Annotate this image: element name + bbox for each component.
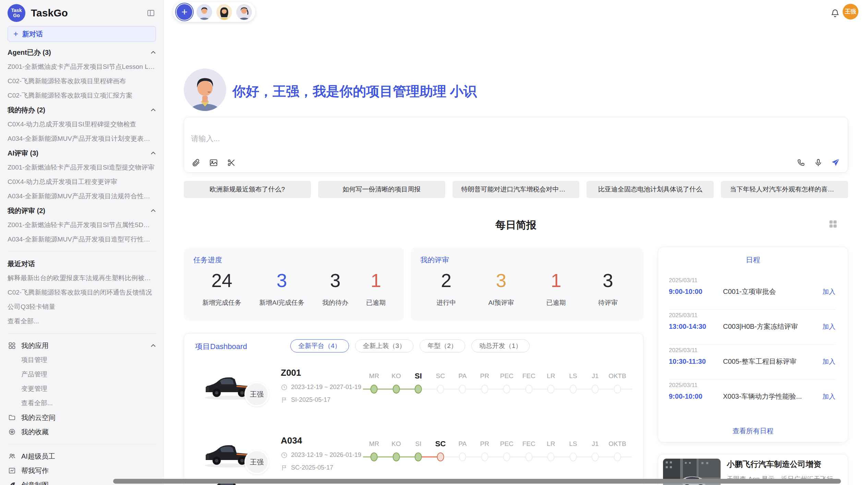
sidebar-task-item[interactable]: C0X4-动力总成开发项目工程变更评审	[8, 175, 156, 189]
milestone-label: OKTB	[606, 439, 629, 449]
suggestion-chip[interactable]: 特朗普可能对进口汽车增税会对中国车企造成哪些影响	[453, 181, 580, 198]
milestone-node	[371, 452, 378, 461]
scissors-icon[interactable]	[227, 158, 236, 167]
stat-label: AI预评审	[488, 298, 514, 307]
recent-chat-item[interactable]: 公司Q3轻卡销量	[8, 300, 156, 314]
sidebar-item-project-mgmt[interactable]: 项目管理	[8, 353, 156, 367]
task-label: Z001-全新燃油皮卡产品开发项目SI节点Lesson Learn报告	[8, 62, 156, 71]
join-link[interactable]: 加入	[822, 322, 835, 331]
schedule-item: 2025/03/11 10:30-11:30 C005-整车工程目标评审 加入	[669, 347, 835, 366]
write-icon	[8, 466, 16, 475]
filter-chip[interactable]: 全新上装（3）	[355, 339, 414, 352]
phone-icon[interactable]	[796, 158, 806, 167]
send-icon[interactable]	[831, 158, 840, 167]
stat: 3AI预评审	[488, 270, 514, 307]
chat-input[interactable]	[191, 134, 739, 147]
task-label: A034-全新新能源MUV产品开发项目计划变更表编写	[8, 134, 156, 143]
filter-chip[interactable]: 动总开发（1）	[471, 339, 530, 352]
sidebar-task-item[interactable]: C02-飞腾新能源轻客改款项目立项汇报方案	[8, 88, 156, 103]
new-chat-button[interactable]: + 新对话	[8, 26, 156, 42]
recent-view-all[interactable]: 查看全部...	[8, 314, 156, 328]
milestone: SC	[430, 439, 452, 465]
plus-icon: +	[13, 29, 18, 39]
section-my-review[interactable]: 我的评审 (2)	[8, 203, 156, 218]
schedule-date: 2025/03/11	[669, 312, 835, 319]
sidebar-task-item[interactable]: Z001-全新燃油轻卡产品开发项目SI造型提交物评审	[8, 160, 156, 175]
sidebar-item-ai-employee[interactable]: AI超级员工	[8, 449, 156, 463]
divider	[8, 251, 156, 252]
milestone: LS	[562, 439, 584, 465]
stat-value: 1	[371, 270, 381, 291]
schedule-date: 2025/03/11	[669, 347, 835, 354]
sidebar-task-item[interactable]: A034-全新新能源MUV产品开发项目法规符合性评审	[8, 189, 156, 203]
flag-icon	[281, 464, 288, 471]
schedule-item: 2025/03/11 13:00-14:30 C003|H0B-方案冻结评审 加…	[669, 312, 835, 331]
sidebar-task-item[interactable]: A034-全新新能源MUV产品开发项目造型可行性评审	[8, 232, 156, 247]
project-dates: 2023-12-19 ~ 2027-01-19	[281, 384, 361, 391]
stat-value: 2	[441, 270, 451, 291]
sidebar-item-favorites[interactable]: 我的收藏	[8, 425, 156, 439]
stat-value: 3	[330, 270, 341, 291]
section-my-todo[interactable]: 我的待办 (2)	[8, 103, 156, 117]
milestone-label: PR	[474, 439, 496, 449]
milestone: J1	[584, 371, 606, 397]
join-link[interactable]: 加入	[822, 287, 835, 296]
suggestion-chip[interactable]: 如何写一份清晰的项目周报	[318, 181, 445, 198]
sidebar-item-change-mgmt[interactable]: 变更管理	[8, 382, 156, 396]
milestone-label: FEC	[518, 439, 540, 449]
milestone-label: PA	[451, 371, 474, 381]
suggestion-chip[interactable]: 比亚迪全固态电池计划具体说了什么	[587, 181, 714, 198]
sidebar-task-item[interactable]: A034-全新新能源MUV产品开发项目计划变更表编写	[8, 132, 156, 146]
sidebar-task-item[interactable]: C0X4-动力总成开发项目SI里程碑提交物检查	[8, 117, 156, 132]
horizontal-scrollbar[interactable]	[113, 479, 841, 484]
milestone-label: OKTB	[606, 371, 629, 381]
join-link[interactable]: 加入	[822, 357, 835, 366]
section-agent-done[interactable]: Agent已办 (3)	[8, 45, 156, 60]
avatar[interactable]	[196, 4, 212, 20]
milestone: PR	[474, 371, 496, 397]
stat: 1已逾期	[546, 270, 566, 307]
section-label: AI评审 (3)	[8, 149, 38, 158]
filter-chip[interactable]: 全新平台（4）	[290, 339, 349, 352]
join-link[interactable]: 加入	[822, 392, 835, 401]
sidebar-item-help-write[interactable]: 帮我写作	[8, 463, 156, 478]
view-all-schedule-link[interactable]: 查看所有日程	[658, 426, 848, 436]
sidebar-item-cloud-space[interactable]: 我的云空间	[8, 410, 156, 425]
milestone-node	[525, 385, 532, 394]
briefing-layout-icon[interactable]	[828, 219, 838, 229]
sidebar-item-product-mgmt[interactable]: 产品管理	[8, 367, 156, 382]
sidebar-collapse-icon[interactable]	[146, 8, 156, 18]
recent-chat-item[interactable]: C02-飞腾新能源轻客改款项目的闭环通告反馈情况	[8, 285, 156, 300]
project-row[interactable]: 王强 Z001 2023-12-19 ~ 2027-01-19 SI-2025-…	[184, 361, 643, 428]
avatar[interactable]	[216, 4, 232, 20]
stat-label: 我的待办	[322, 298, 348, 307]
chevron-up-icon	[150, 151, 156, 155]
sidebar-apps-view-all[interactable]: 查看全部...	[8, 396, 156, 410]
section-ai-review[interactable]: AI评审 (3)	[8, 146, 156, 160]
sidebar-task-item[interactable]: C02-飞腾新能源轻客改款项目里程碑画布	[8, 74, 156, 88]
logo-text-top: Task	[11, 8, 22, 13]
sidebar-task-item[interactable]: Z001-全新燃油皮卡产品开发项目SI节点Lesson Learn报告	[8, 60, 156, 74]
milestone-node	[547, 452, 555, 461]
sidebar-item-my-apps[interactable]: 我的应用	[8, 338, 156, 353]
mic-icon[interactable]	[813, 158, 823, 167]
chevron-up-icon	[150, 51, 156, 54]
filter-chip[interactable]: 年型（2）	[420, 339, 465, 352]
add-agent-button[interactable]: +	[177, 4, 192, 20]
stat-value: 3	[603, 270, 613, 291]
avatar[interactable]	[236, 4, 252, 20]
image-icon[interactable]	[209, 158, 218, 167]
stat: 2进行中	[436, 270, 456, 307]
task-label: A034-全新新能源MUV产品开发项目法规符合性评审	[8, 192, 156, 201]
notifications-bell-icon[interactable]	[830, 8, 841, 18]
attachment-icon[interactable]	[191, 158, 201, 167]
recent-chat-item[interactable]: 解释最新出台的欧盟报废车法规再生塑料比例被调至15%...	[8, 271, 156, 285]
flag-label: SI-2025-05-17	[291, 396, 330, 403]
sidebar-task-item[interactable]: Z001-全新燃油轻卡产品开发项目SI节点属性5D文件评审	[8, 218, 156, 232]
suggestion-chip[interactable]: 欧洲新规最近颁布了什么?	[184, 181, 311, 198]
suggestion-chip[interactable]: 当下年轻人对汽车外观有怎样的喜好趋势	[721, 181, 848, 198]
clock-icon	[281, 384, 288, 391]
user-avatar[interactable]: 王强	[843, 4, 858, 20]
milestone-node	[503, 385, 510, 394]
chevron-up-icon	[150, 209, 156, 212]
